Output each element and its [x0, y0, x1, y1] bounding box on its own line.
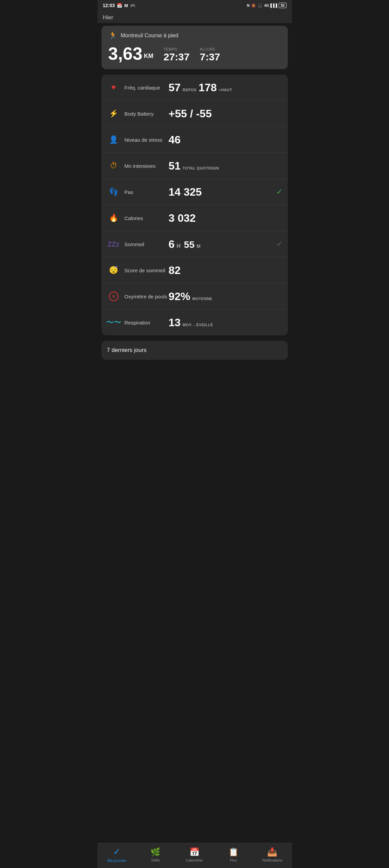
seven-days-section[interactable]: 7 derniers jours — [101, 341, 288, 360]
body-battery-icon: ⚡ — [107, 107, 121, 120]
haut-label: +HAUT — [219, 88, 232, 92]
spo2-value: 92% — [169, 290, 190, 303]
sleep-label: Sommeil — [125, 241, 169, 247]
status-bar: 12:03 📅 M 🎮 N 🔕 🎧 4G▐▐▐ 35 — [97, 0, 292, 11]
heart-rate-values: 57 REPOS 178 +HAUT — [169, 81, 282, 94]
respiration-values: 13 MOY. - ÉVEILLÉ — [169, 316, 282, 329]
status-icons: N 🔕 🎧 4G▐▐▐ 35 — [247, 3, 286, 8]
time-stats: TEMPS 27:37 ALLURE 7:37 — [164, 47, 220, 62]
activity-name: Montreuil Course à pied — [121, 33, 179, 39]
steps-values: 14 325 — [169, 186, 282, 198]
stress-label: Niveau de stress — [125, 137, 169, 143]
bluetooth-icon: 🎧 — [258, 3, 262, 8]
sleep-score-icon: 😴 — [107, 263, 121, 277]
respiration-icon: 〜〜 — [107, 316, 121, 329]
steps-label: Pas — [125, 189, 169, 195]
sleep-m-unit: M — [197, 243, 201, 249]
temps-group: TEMPS 27:37 — [164, 47, 190, 62]
spo2-label: Oxymètre de pouls — [125, 294, 169, 299]
spo2-values: 92% MOYENNE — [169, 290, 282, 303]
sleep-hours: 6 — [169, 238, 175, 251]
distance-value: 3,63 — [108, 45, 143, 62]
status-time: 12:03 — [103, 3, 115, 8]
page-title: Hier — [103, 14, 286, 21]
metric-row-mn-intensives[interactable]: ⏱ Mn intensives 51 TOTAL QUOTIDIEN — [101, 153, 288, 179]
metric-row-body-battery[interactable]: ⚡ Body Battery +55 / -55 — [101, 101, 288, 127]
steps-icon: 👣 — [107, 185, 121, 199]
activity-stats: 3,63 KM TEMPS 27:37 ALLURE 7:37 — [108, 45, 281, 62]
metric-row-stress[interactable]: 👤 Niveau de stress 46 — [101, 127, 288, 153]
mn-intensives-value: 51 — [169, 160, 181, 172]
body-battery-values: +55 / -55 — [169, 107, 282, 120]
respiration-sub-label: MOY. - ÉVEILLÉ — [183, 323, 213, 327]
stress-value: 46 — [169, 134, 181, 146]
metrics-container: ♥ Fréq. cardiaque 57 REPOS 178 +HAUT ⚡ B… — [101, 75, 288, 335]
sleep-h-unit: H — [177, 243, 181, 249]
sleep-values: 6 H 55 M — [169, 238, 282, 251]
spo2-icon: ✕ — [107, 290, 121, 303]
mn-intensives-label: Mn intensives — [125, 163, 169, 169]
respiration-label: Respiration — [125, 320, 169, 326]
run-icon: 🏃 — [108, 31, 117, 40]
calories-label: Calories — [125, 215, 169, 221]
signal-icon: 4G▐▐▐ — [264, 3, 277, 7]
metric-row-calories[interactable]: 🔥 Calories 3 032 — [101, 205, 288, 231]
metric-row-heart-rate[interactable]: ♥ Fréq. cardiaque 57 REPOS 178 +HAUT — [101, 75, 288, 101]
allure-value: 7:37 — [200, 51, 220, 62]
mn-intensives-values: 51 TOTAL QUOTIDIEN — [169, 160, 282, 172]
calories-icon: 🔥 — [107, 211, 121, 225]
nfc-icon: N — [247, 3, 249, 7]
heart-rate-max: 178 — [199, 81, 217, 94]
silent-icon: 🔕 — [251, 3, 256, 8]
metric-row-sleep[interactable]: ZZz Sommeil 6 H 55 M ✓ — [101, 231, 288, 257]
metric-row-sleep-score[interactable]: 😴 Score de sommeil 82 — [101, 257, 288, 283]
sleep-check-icon: ✓ — [276, 240, 282, 249]
stress-values: 46 — [169, 134, 282, 146]
calories-values: 3 032 — [169, 212, 282, 224]
sleep-icon: ZZz — [107, 237, 121, 251]
sleep-score-value: 82 — [169, 264, 181, 277]
stress-icon: 👤 — [107, 133, 121, 146]
temps-value: 27:37 — [164, 51, 190, 62]
sleep-score-values: 82 — [169, 264, 282, 277]
calories-value: 3 032 — [169, 212, 196, 224]
temps-label: TEMPS — [164, 47, 177, 51]
body-battery-label: Body Battery — [125, 111, 169, 117]
status-left: 12:03 📅 M 🎮 — [103, 3, 136, 8]
seven-days-title: 7 derniers jours — [107, 347, 147, 353]
steps-check-icon: ✓ — [276, 188, 282, 196]
main-content: 12:03 📅 M 🎮 N 🔕 🎧 4G▐▐▐ 35 Hier 🏃 Montre… — [97, 0, 292, 387]
heart-rate-resting: 57 — [169, 81, 181, 94]
twitch-icon: 🎮 — [130, 3, 135, 8]
calendar-icon: 📅 — [117, 3, 122, 8]
repos-label: REPOS — [183, 88, 197, 92]
metric-row-respiration[interactable]: 〜〜 Respiration 13 MOY. - ÉVEILLÉ — [101, 310, 288, 335]
heart-rate-label: Fréq. cardiaque — [125, 85, 169, 91]
activity-title: 🏃 Montreuil Course à pied — [108, 31, 281, 40]
metric-row-steps[interactable]: 👣 Pas 14 325 ✓ — [101, 179, 288, 205]
sleep-score-label: Score de sommeil — [125, 268, 169, 273]
allure-label: ALLURE — [200, 47, 215, 51]
header-section: Hier — [97, 11, 292, 23]
distance-unit: KM — [144, 53, 153, 60]
body-battery-value: +55 / -55 — [169, 107, 212, 120]
activity-card[interactable]: 🏃 Montreuil Course à pied 3,63 KM TEMPS … — [101, 26, 288, 69]
sleep-minutes: 55 — [184, 239, 194, 250]
metric-row-spo2[interactable]: ✕ Oxymètre de pouls 92% MOYENNE — [101, 283, 288, 310]
mn-intensives-icon: ⏱ — [107, 159, 121, 173]
spo2-sub-label: MOYENNE — [192, 297, 212, 301]
respiration-value: 13 — [169, 316, 181, 329]
allure-group: ALLURE 7:37 — [200, 47, 220, 62]
total-quotidien-label: TOTAL QUOTIDIEN — [183, 166, 219, 170]
heart-icon: ♥ — [107, 81, 121, 94]
battery-indicator: 35 — [279, 3, 286, 8]
m-icon: M — [124, 3, 128, 8]
steps-value: 14 325 — [169, 186, 202, 198]
